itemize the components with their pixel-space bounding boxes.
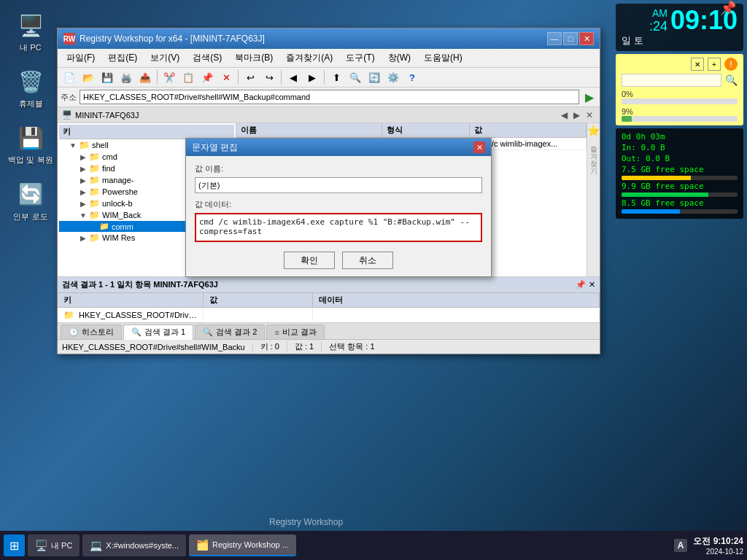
menu-bookmark[interactable]: 북마크(B)	[229, 50, 279, 66]
sticky-search-input[interactable]	[622, 74, 721, 87]
inner-next-btn[interactable]: ▶	[571, 110, 582, 120]
taskbar-item-cmd[interactable]: 💻 X:#windows#syste...	[82, 534, 186, 556]
address-go-icon[interactable]: ▶	[582, 90, 597, 104]
start-button[interactable]: ⊞	[4, 534, 25, 556]
taskbar-mypc-icon: 🖥️	[35, 540, 47, 551]
disk3-bar	[622, 209, 738, 214]
taskbar-right: A 오전 9:10:24 2024-10-12	[674, 535, 743, 556]
desktop-icon-mypc[interactable]: 🖥️ 내 PC	[7, 11, 54, 52]
dialog-close-button[interactable]: ✕	[473, 141, 485, 153]
inner-close-btn[interactable]: ✕	[584, 110, 595, 120]
dialog-ok-button[interactable]: 확인	[284, 252, 335, 269]
tb-jump-btn[interactable]: ⬆	[328, 69, 345, 85]
tb-refresh-btn[interactable]: 🔄	[365, 69, 383, 85]
sticky-progress1-label: 0%	[622, 90, 738, 98]
close-button[interactable]: ✕	[579, 32, 594, 45]
sticky-info-btn[interactable]: !	[724, 58, 738, 71]
backup-icon: 💾	[16, 123, 45, 152]
tb-new-btn[interactable]: 📄	[61, 69, 78, 85]
tb-undo-btn[interactable]: ↩	[241, 69, 259, 85]
tab-bar: 🕒 히스토리 🔍 검색 결과 1 🔍 검색 결과 2 ≡ 비교 결과	[58, 322, 600, 339]
search-col-data: 데이터	[313, 293, 600, 307]
sticky-close-btn[interactable]: ✕	[691, 58, 704, 71]
tb-cut-btn[interactable]: ✂️	[160, 69, 178, 85]
minimize-button[interactable]: —	[547, 32, 562, 45]
mypc-label: 내 PC	[20, 43, 41, 52]
search-title-controls: 📌 ✕	[576, 280, 595, 289]
maximize-button[interactable]: □	[563, 32, 578, 45]
taskbar-cmd-label: X:#windows#syste...	[106, 541, 179, 550]
tb-help-btn[interactable]: ?	[403, 69, 421, 85]
recycle-icon: 🗑️	[16, 67, 45, 96]
tb-search-btn[interactable]: 🔍	[347, 69, 364, 85]
taskbar-item-rw[interactable]: 🗂️ Registry Workshop ...	[189, 534, 296, 556]
desktop-icon-inbound[interactable]: 🔄 인부 로도	[7, 180, 54, 222]
menu-file[interactable]: 파일(F)	[61, 50, 101, 66]
disk1-label: 7.5 GB free space	[622, 165, 704, 174]
desktop-icon-recycle[interactable]: 🗑️ 휴제블	[7, 67, 54, 109]
tb-export-btn[interactable]: 📤	[136, 69, 154, 85]
dialog-value-data-textarea[interactable]: cmd /c wimlib-imagex64.exe capture %1 "B…	[195, 213, 482, 242]
search-result-row-0[interactable]: 📁 HKEY_CLASSES_ROOT#Drive#...	[58, 308, 600, 322]
dialog-title-text: 문자열 편집	[192, 141, 238, 154]
address-label: 주소	[61, 92, 77, 103]
tb-settings-btn[interactable]: ⚙️	[384, 69, 402, 85]
menu-tools[interactable]: 도구(T)	[340, 50, 380, 66]
search-pin-icon[interactable]: 📌	[576, 280, 586, 289]
dialog-value-name-input[interactable]	[195, 177, 482, 193]
desktop: 🖥️ 내 PC 🗑️ 휴제블 💾 백업 및 복원 🔄 인부 로도 📌 AM :2…	[0, 0, 747, 560]
tb-print-btn[interactable]: 🖨️	[117, 69, 135, 85]
title-bar: RW Registry Workshop for x64 - [MININT-7…	[58, 28, 600, 49]
tab-history-label: 히스토리	[82, 327, 114, 338]
dialog-buttons: 확인 취소	[195, 252, 482, 269]
status-key-count: 키 : 0	[260, 341, 287, 352]
disk3-label: 8.5 GB free space	[622, 198, 704, 208]
taskbar-item-mypc[interactable]: 🖥️ 내 PC	[28, 534, 80, 556]
sticky-add-btn[interactable]: +	[708, 58, 721, 71]
search-close-icon[interactable]: ✕	[589, 280, 595, 289]
tab-compare[interactable]: ≡ 비교 결과	[266, 324, 324, 339]
tab-search2-label: 검색 결과 2	[216, 327, 257, 338]
tb-save-btn[interactable]: 💾	[98, 69, 116, 85]
dialog-overlay: 문자열 편집 ✕ 값 이름: 값 데이터: cmd /c wimlib-imag…	[58, 123, 600, 276]
dialog-body: 값 이름: 값 데이터: cmd /c wimlib-imagex64.exe …	[186, 156, 491, 276]
tab-history[interactable]: 🕒 히스토리	[61, 324, 122, 339]
menu-favorites[interactable]: 즐겨찾기(A)	[280, 50, 338, 66]
rw-window: RW Registry Workshop for x64 - [MININT-7…	[57, 28, 600, 354]
menu-search[interactable]: 검색(S)	[187, 50, 228, 66]
window-title: Registry Workshop for x64 - [MININT-7AFQ…	[80, 34, 265, 44]
disk1-fill	[622, 176, 691, 180]
address-bar: 주소 ▶	[58, 88, 600, 107]
taskbar-time: 오전 9:10:24	[693, 535, 743, 548]
tb-delete-btn[interactable]: ✕	[217, 69, 235, 85]
tb-redo-btn[interactable]: ↪	[260, 69, 278, 85]
menu-edit[interactable]: 편집(E)	[102, 50, 143, 66]
uptime-value: 0d 0h 03m	[622, 132, 665, 141]
dialog-title-bar: 문자열 편집 ✕	[186, 139, 491, 156]
tab-search2[interactable]: 🔍 검색 결과 2	[195, 324, 265, 339]
computer-icon: 🖥️	[62, 110, 72, 120]
address-input[interactable]	[80, 90, 579, 104]
tb-paste-btn[interactable]: 📌	[198, 69, 216, 85]
sys-monitor: 0d 0h 03m In: 0.0 B Out: 0.0 B 7.5 GB fr…	[616, 128, 743, 219]
status-bar: HKEY_CLASSES_ROOT#Drive#shell#WIM_Backu …	[58, 339, 600, 354]
tb-open-btn[interactable]: 📂	[80, 69, 97, 85]
status-selected: 선택 항목 : 1	[329, 341, 382, 352]
tb-fwd-btn[interactable]: ▶	[303, 69, 321, 85]
menu-window[interactable]: 창(W)	[382, 50, 417, 66]
tab-compare-label: 비교 결과	[282, 327, 317, 338]
tb-copy-btn[interactable]: 📋	[179, 69, 197, 85]
tab-search2-icon: 🔍	[203, 327, 213, 337]
dialog-cancel-button[interactable]: 취소	[342, 252, 393, 269]
search-title-bar: 검색 결과 1 - 1 일치 항목 MININT-7AFQ63J 📌 ✕	[58, 277, 600, 293]
sticky-search-icon[interactable]: 🔍	[725, 74, 738, 86]
inner-prev-btn[interactable]: ◀	[559, 110, 570, 120]
tab-search1-label: 검색 결과 1	[144, 327, 185, 338]
tb-back-btn[interactable]: ◀	[285, 69, 302, 85]
clock-seconds: :24	[649, 19, 667, 34]
tab-search1[interactable]: 🔍 검색 결과 1	[123, 324, 193, 340]
menu-bar: 파일(F) 편집(E) 보기(V) 검색(S) 북마크(B) 즐겨찾기(A) 도…	[58, 49, 600, 68]
menu-help[interactable]: 도움말(H)	[418, 50, 468, 66]
desktop-icon-backup[interactable]: 💾 백업 및 복원	[7, 123, 54, 165]
menu-view[interactable]: 보기(V)	[144, 50, 185, 66]
